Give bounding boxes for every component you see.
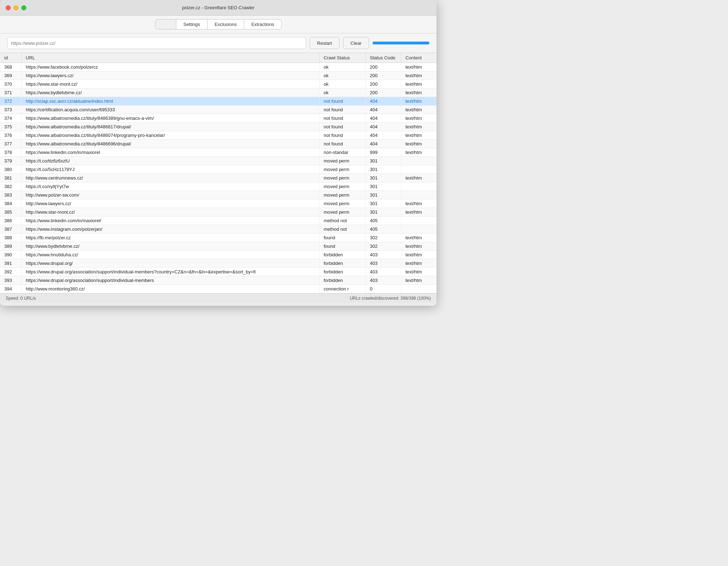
restart-button[interactable]: Restart (310, 37, 339, 49)
cell-url: http://sciap.ssc.avcr.cz/aktualne/index.… (21, 97, 319, 106)
table-row[interactable]: 373https://certification.acquia.com/user… (0, 106, 437, 114)
table-row[interactable]: 378https://www.linkedin.com/in/maxioreln… (0, 148, 437, 157)
table-row[interactable]: 394http://www.monitoring360.cz/connectio… (0, 285, 437, 293)
table-row[interactable]: 379https://t.co/ttz6z6xzlUmoved perm301 (0, 157, 437, 165)
cell-content: text/htm (401, 80, 437, 89)
table-row[interactable]: 387https://www.instagram.com/polzerjan/m… (0, 225, 437, 234)
tab-settings[interactable]: Settings (176, 20, 208, 29)
cell-id: 380 (0, 165, 21, 174)
cell-url: http://www.centrumnews.cz/ (21, 174, 319, 182)
cell-content: text/htm (401, 114, 437, 123)
cell-id: 385 (0, 208, 21, 217)
minimize-button[interactable] (14, 5, 18, 10)
table-row[interactable]: 380https://t.co/5cHz1178YJmoved perm301 (0, 165, 437, 174)
cell-content: text/htm (401, 208, 437, 217)
cell-id: 395 (0, 293, 21, 294)
cell-content: text/htm (401, 268, 437, 276)
cell-crawl-status: forbidden (319, 276, 365, 285)
cell-id: 368 (0, 63, 21, 71)
cell-content: text/htm (401, 259, 437, 268)
cell-crawl-status: forbidden (319, 259, 365, 268)
cell-crawl-status: moved perm (319, 182, 365, 191)
table-row[interactable]: 383http://www.polzer-sw.com/moved perm30… (0, 191, 437, 199)
url-input[interactable] (7, 37, 306, 49)
cell-status-code: 0 (365, 293, 401, 294)
cell-crawl-status: ok (319, 89, 365, 97)
table-row[interactable]: 393https://www.drupal.org/association/su… (0, 276, 437, 285)
cell-status-code: 999 (365, 148, 401, 157)
table-row[interactable]: 370https://www.star-mont.cz/ok200text/ht… (0, 80, 437, 89)
cell-id: 370 (0, 80, 21, 89)
table-row[interactable]: 375https://www.albatrosmedia.cz/tituly/8… (0, 123, 437, 131)
cell-content (401, 293, 437, 294)
table-container[interactable]: id URL Crawl Status Status Code Content … (0, 53, 437, 293)
tab-exclusions[interactable]: Exclusions (208, 20, 244, 29)
cell-url: https://www.albatrosmedia.cz/tituly/8486… (21, 140, 319, 148)
cell-content: text/htm (401, 71, 437, 80)
cell-id: 394 (0, 285, 21, 293)
cell-id: 387 (0, 225, 21, 234)
cell-status-code: 301 (365, 182, 401, 191)
cell-url: http://www.star-mont.cz/ (21, 208, 319, 217)
table-row[interactable]: 382https://t.co/xyltjYyt7wmoved perm301 (0, 182, 437, 191)
cell-content: text/htm (401, 276, 437, 285)
cell-id: 386 (0, 217, 21, 225)
tab-group: Settings Exclusions Extractions (155, 19, 282, 30)
table-row[interactable]: 384http://www.lawyers.cz/moved perm301te… (0, 199, 437, 208)
cell-crawl-status: moved perm (319, 208, 365, 217)
cell-status-code: 301 (365, 157, 401, 165)
table-row[interactable]: 388https://fb.me/polzer.czfound302text/h… (0, 234, 437, 242)
cell-content: text/htm (401, 234, 437, 242)
cell-content: text/htm (401, 123, 437, 131)
cell-content: text/htm (401, 148, 437, 157)
table-row[interactable]: 377https://www.albatrosmedia.cz/tituly/8… (0, 140, 437, 148)
cell-url: https://www.linkedin.com/in/maxiorel/ (21, 217, 319, 225)
table-row[interactable]: 369https://www.lawyers.cz/ok200text/htm (0, 71, 437, 80)
window-title: polzer.cz - Greenflare SEO Crawler (182, 5, 255, 10)
cell-url: https://www.facebook.com/polzercz (21, 63, 319, 71)
cell-status-code: 301 (365, 165, 401, 174)
maximize-button[interactable] (21, 5, 26, 10)
cell-content: text/htm (401, 131, 437, 140)
cell-url: https://www.lawyers.cz/ (21, 71, 319, 80)
table-row[interactable]: 386https://www.linkedin.com/in/maxiorel/… (0, 217, 437, 225)
cell-crawl-status: not found (319, 123, 365, 131)
cell-url: https://www.hnutiduha.cz/ (21, 251, 319, 259)
table-row[interactable]: 372http://sciap.ssc.avcr.cz/aktualne/ind… (0, 97, 437, 106)
table-row[interactable]: 390https://www.hnutiduha.cz/forbidden403… (0, 251, 437, 259)
toolbar: Settings Exclusions Extractions (0, 16, 437, 33)
cell-id: 372 (0, 97, 21, 106)
cell-status-code: 302 (365, 234, 401, 242)
table-row[interactable]: 391https://www.drupal.org/forbidden403te… (0, 259, 437, 268)
cell-content: text/htm (401, 199, 437, 208)
cell-status-code: 404 (365, 97, 401, 106)
table-row[interactable]: 385http://www.star-mont.cz/moved perm301… (0, 208, 437, 217)
cell-status-code: 403 (365, 268, 401, 276)
table-row[interactable]: 392https://www.drupal.org/association/su… (0, 268, 437, 276)
table-row[interactable]: 374https://www.albatrosmedia.cz/tituly/8… (0, 114, 437, 123)
cell-url: http://www.polzer-sw.com/ (21, 191, 319, 199)
table-row[interactable]: 381http://www.centrumnews.cz/moved perm3… (0, 174, 437, 182)
crawl-info-label: URLs crawled/discovered: 398/398 (100%) (350, 296, 431, 301)
tab-extractions[interactable]: Extractions (244, 20, 281, 29)
cell-crawl-status: method not (319, 225, 365, 234)
table-row[interactable]: 395https://www.vylety360.cz/connection r… (0, 293, 437, 294)
cell-url: https://certification.acquia.com/user/69… (21, 106, 319, 114)
clear-button[interactable]: Clear (343, 37, 369, 49)
cell-url: https://www.albatrosmedia.cz/tituly/8486… (21, 131, 319, 140)
cell-url: https://www.bydletvbrne.cz/ (21, 89, 319, 97)
urlbar-row: Restart Clear (0, 33, 437, 53)
cell-id: 382 (0, 182, 21, 191)
cell-url: https://www.star-mont.cz/ (21, 80, 319, 89)
table-row[interactable]: 371https://www.bydletvbrne.cz/ok200text/… (0, 89, 437, 97)
cell-url: https://www.linkedin.com/in/maxiorel (21, 148, 319, 157)
cell-id: 389 (0, 242, 21, 251)
table-row[interactable]: 368https://www.facebook.com/polzerczok20… (0, 63, 437, 71)
cell-id: 373 (0, 106, 21, 114)
cell-id: 390 (0, 251, 21, 259)
table-row[interactable]: 376https://www.albatrosmedia.cz/tituly/8… (0, 131, 437, 140)
close-button[interactable] (6, 5, 11, 10)
table-row[interactable]: 389http://www.bydletvbrne.cz/found302tex… (0, 242, 437, 251)
cell-crawl-status: moved perm (319, 165, 365, 174)
cell-id: 377 (0, 140, 21, 148)
